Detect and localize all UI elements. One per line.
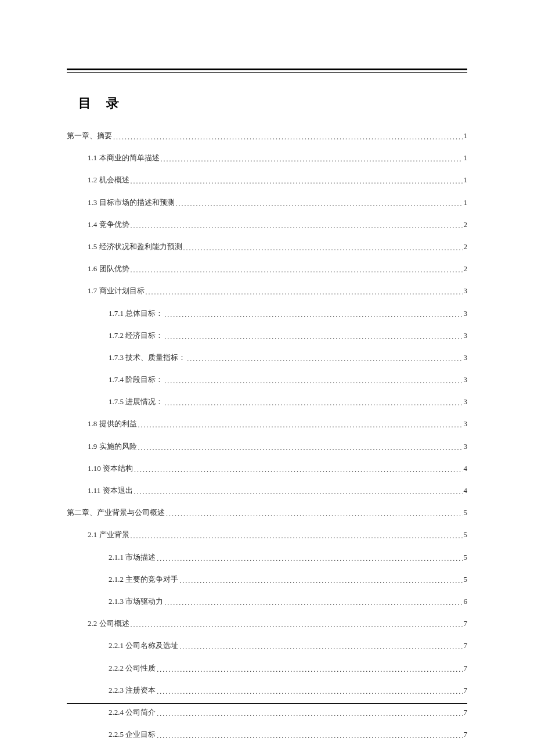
toc-dot-leader [113,132,463,142]
toc-entry-page: 1 [464,175,468,185]
document-page: 目 录 第一章、摘要11.1 本商业的简单描述11.2 机会概述11.3 目标市… [0,0,534,756]
toc-entry-label: 2.1.1 市场描述 [109,552,156,563]
toc-entry-label: 1.9 实施的风险 [88,441,137,452]
toc-dot-leader [146,287,463,297]
toc-dot-leader [134,465,463,475]
toc-entry-label: 1.8 提供的利益 [88,419,137,429]
toc-entry-label: 2.2.5 企业目标 [109,729,156,740]
toc-entry: 1.6 团队优势2 [67,264,467,274]
toc-entry: 1.11 资本退出4 [67,485,467,496]
toc-dot-leader [161,154,463,164]
top-horizontal-rule [67,69,467,73]
toc-dot-leader [138,420,463,430]
toc-entry: 1.7 商业计划目标3 [67,286,467,296]
toc-entry: 1.7.2 经济目标：3 [67,330,467,341]
toc-entry-label: 2.2.1 公司名称及选址 [109,640,178,651]
toc-dot-leader [164,332,462,342]
toc-entry-page: 5 [464,530,468,540]
toc-entry: 1.8 提供的利益3 [67,419,467,429]
toc-entry: 第一章、摘要1 [67,131,467,141]
toc-dot-leader [157,731,462,741]
toc-entry-label: 1.5 经济状况和盈利能力预测 [88,242,182,252]
toc-entry-label: 2.1 产业背景 [88,530,129,540]
toc-entry-label: 1.2 机会概述 [88,175,129,185]
toc-entry-label: 1.4 竞争优势 [88,219,129,230]
toc-dot-leader [179,642,462,652]
toc-entry-page: 7 [464,618,468,629]
toc-dot-leader [157,709,462,719]
toc-dot-leader [183,243,463,253]
toc-entry-page: 2 [464,219,468,230]
toc-entry-label: 2.2.3 注册资本 [109,685,156,696]
toc-dot-leader [164,398,462,408]
toc-entry: 1.7.1 总体目标：3 [67,308,467,319]
toc-dot-leader [157,687,462,697]
toc-entry-page: 3 [464,308,468,319]
toc-entry-label: 1.7.5 进展情况： [109,397,163,407]
toc-entry-page: 7 [464,707,468,718]
toc-dot-leader [131,620,463,630]
toc-entry: 1.7.3 技术、质量指标：3 [67,352,467,363]
toc-entry-page: 7 [464,685,468,696]
toc-entry-label: 1.7 商业计划目标 [88,286,145,296]
toc-entry: 2.1.3 市场驱动力6 [67,596,467,607]
toc-entry-label: 1.7.1 总体目标： [109,308,163,319]
toc-dot-leader [164,598,462,608]
toc-entry-page: 1 [464,153,468,163]
toc-entry-label: 2.1.3 市场驱动力 [109,596,163,607]
toc-entry-page: 3 [464,419,468,429]
toc-entry-page: 3 [464,375,468,385]
toc-dot-leader [131,177,463,186]
toc-entry-page: 1 [464,131,468,141]
toc-dot-leader [164,376,462,386]
toc-entry-page: 3 [464,330,468,341]
toc-entry: 1.5 经济状况和盈利能力预测2 [67,242,467,252]
toc-entry: 1.7.4 阶段目标：3 [67,375,467,385]
toc-entry: 第二章、产业背景与公司概述5 [67,507,467,518]
toc-entry-page: 4 [464,485,468,496]
toc-entry-page: 7 [464,663,468,674]
bottom-horizontal-rule [67,703,467,704]
toc-dot-leader [179,576,462,586]
toc-entry: 2.2.5 企业目标7 [67,729,467,740]
toc-entry-label: 1.6 团队优势 [88,264,129,274]
toc-entry: 1.10 资本结构4 [67,463,467,474]
toc-entry: 1.3 目标市场的描述和预测1 [67,197,467,208]
toc-dot-leader [134,487,463,497]
toc-dot-leader [131,265,463,275]
toc-entry-page: 7 [464,640,468,651]
toc-entry: 2.2.1 公司名称及选址7 [67,640,467,651]
toc-entry-page: 7 [464,729,468,740]
toc-entry: 2.2.4 公司简介7 [67,707,467,718]
toc-entry-page: 3 [464,286,468,296]
toc-entry: 2.2 公司概述7 [67,618,467,629]
toc-dot-leader [131,531,463,541]
toc-entry-page: 2 [464,264,468,274]
toc-entry: 2.1.1 市场描述5 [67,552,467,563]
toc-dot-leader [157,665,462,675]
toc-entry-label: 2.2.2 公司性质 [109,663,156,674]
toc-entry-page: 2 [464,242,468,252]
toc-dot-leader [157,554,462,564]
toc-entry: 2.2.2 公司性质7 [67,663,467,674]
toc-dot-leader [164,310,462,320]
toc-entry-page: 5 [464,552,468,563]
toc-entry: 1.9 实施的风险3 [67,441,467,452]
toc-entry-label: 第一章、摘要 [67,131,112,141]
toc-entry-page: 3 [464,352,468,363]
toc-entry-page: 3 [464,397,468,407]
toc-entry: 1.7.5 进展情况：3 [67,397,467,407]
toc-entry-label: 2.2 公司概述 [88,618,129,629]
toc-entry: 2.1 产业背景5 [67,530,467,540]
toc-entry-label: 2.1.2 主要的竞争对手 [109,574,178,585]
toc-entry-label: 1.3 目标市场的描述和预测 [88,197,175,208]
toc-entry-label: 2.2.4 公司简介 [109,707,156,718]
toc-entry-label: 1.10 资本结构 [88,463,133,474]
toc-entry-label: 1.7.2 经济目标： [109,330,163,341]
toc-title: 目 录 [78,95,467,112]
toc-dot-leader [138,443,463,453]
toc-entry-page: 5 [464,507,468,518]
toc-entry-page: 6 [464,596,468,607]
toc-entry: 1.1 本商业的简单描述1 [67,153,467,163]
toc-dot-leader [166,509,463,519]
